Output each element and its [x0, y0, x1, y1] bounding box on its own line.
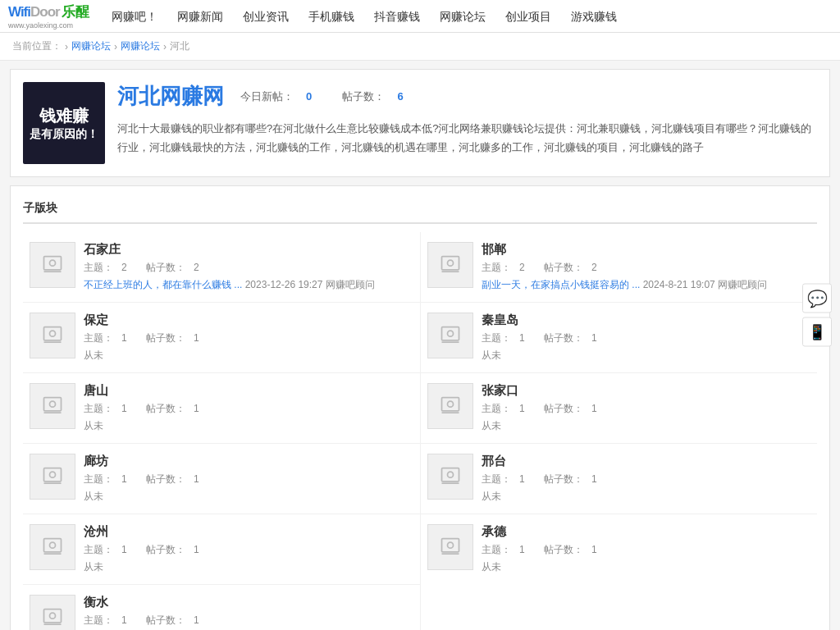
- forum-meta: 主题：1 帖子数：1: [84, 472, 413, 486]
- forum-details: 廊坊 主题：1 帖子数：1 从未: [84, 454, 413, 504]
- topics-label: 主题：: [84, 403, 113, 414]
- svg-rect-24: [442, 398, 459, 411]
- nav-item-4[interactable]: 抖音赚钱: [364, 0, 430, 33]
- svg-rect-6: [44, 398, 62, 411]
- breadcrumb-link-0[interactable]: 网赚论坛: [71, 39, 111, 53]
- nav-item-2[interactable]: 创业资讯: [233, 0, 299, 33]
- forum-name: 邢台: [482, 454, 810, 469]
- forum-last-post: 从未: [482, 419, 810, 433]
- posts-count: 1: [591, 544, 597, 555]
- wechat-button[interactable]: 💬: [802, 284, 832, 313]
- forum-details: 沧州 主题：1 帖子数：1 从未: [84, 524, 413, 574]
- topics-label: 主题：: [482, 473, 511, 485]
- nav-item-0[interactable]: 网赚吧！: [102, 0, 167, 33]
- nav-item-3[interactable]: 手机赚钱: [299, 0, 364, 33]
- forum-last-post: 从未: [84, 490, 413, 504]
- forum-banner: 钱难赚 是有原因的！: [23, 82, 105, 164]
- topics-count: 1: [519, 403, 525, 414]
- last-post-link[interactable]: 不正经上班的人，都在靠什么赚钱 ...: [84, 279, 242, 290]
- forum-details: 承德 主题：1 帖子数：1 从未: [482, 524, 810, 574]
- posts-count: 2: [194, 262, 199, 273]
- forum-meta: 主题：1 帖子数：1: [482, 402, 810, 416]
- forum-last-post: 不正经上班的人，都在靠什么赚钱 ... 2023-12-26 19:27 网赚吧…: [84, 278, 413, 292]
- forum-meta: 主题：1 帖子数：1: [482, 472, 810, 486]
- posts-label: 帖子数：: [146, 473, 185, 485]
- svg-point-1: [50, 260, 56, 266]
- phone-icon: 📱: [808, 323, 826, 341]
- forum-meta: 主题：1 帖子数：1: [482, 331, 810, 345]
- topics-count: 1: [121, 403, 127, 414]
- svg-rect-27: [442, 468, 459, 482]
- forum-last-post: 从未: [482, 490, 810, 504]
- posts-label: 帖子数：: [544, 473, 583, 485]
- logo-brand: 乐醒: [62, 2, 89, 21]
- posts-count: 1: [591, 473, 597, 485]
- list-item: 保定 主题：1 帖子数：1 从未: [23, 303, 420, 373]
- list-item: 廊坊 主题：1 帖子数：1 从未: [23, 444, 420, 514]
- topics-count: 1: [519, 544, 525, 555]
- topics-count: 2: [519, 262, 525, 273]
- svg-rect-0: [44, 257, 62, 270]
- forum-name: 石家庄: [84, 242, 413, 258]
- forum-description: 河北十大最赚钱的职业都有哪些?在河北做什么生意比较赚钱成本低?河北网络兼职赚钱论…: [117, 119, 817, 158]
- forum-thumbnail: [427, 242, 473, 288]
- topics-count: 1: [121, 332, 127, 344]
- forum-last-post: 从未: [482, 560, 810, 574]
- svg-point-22: [448, 331, 454, 336]
- svg-rect-18: [442, 257, 459, 270]
- forum-last-post: 从未: [84, 419, 413, 433]
- forum-name: 邯郸: [482, 242, 810, 258]
- forum-details: 唐山 主题：1 帖子数：1 从未: [84, 383, 413, 433]
- logo-url: www.yaolexing.com: [8, 21, 73, 30]
- last-post-user: 网赚吧顾问: [326, 279, 375, 290]
- svg-rect-21: [442, 327, 459, 340]
- svg-point-7: [50, 401, 56, 407]
- forum-thumbnail: [427, 313, 473, 358]
- last-post-link[interactable]: 副业一天，在家搞点小钱挺容易的 ...: [482, 279, 640, 290]
- topics-count: 1: [121, 614, 127, 626]
- forum-last-post: 从未: [84, 349, 413, 363]
- forum-name: 廊坊: [84, 454, 413, 469]
- forum-stats: 今日新帖：0 帖子数：6: [240, 89, 404, 104]
- list-item: 唐山 主题：1 帖子数：1 从未: [23, 373, 420, 444]
- sub-forums-section: 子版块 石家庄 主题：2 帖子数：2: [10, 185, 830, 630]
- nav-item-1[interactable]: 网赚新闻: [167, 0, 233, 33]
- list-item: 张家口 主题：1 帖子数：1 从未: [421, 373, 817, 444]
- forum-name: 沧州: [84, 524, 413, 540]
- svg-point-13: [50, 542, 56, 548]
- breadcrumb-arrow-2: ›: [163, 41, 167, 52]
- posts-count: 1: [194, 473, 199, 485]
- posts-count: 1: [194, 403, 199, 414]
- list-item: 石家庄 主题：2 帖子数：2 不正经上班的人，都在靠什么赚钱 ... 2023-…: [23, 232, 420, 303]
- sub-forums-grid: 石家庄 主题：2 帖子数：2 不正经上班的人，都在靠什么赚钱 ... 2023-…: [23, 232, 817, 630]
- forum-thumbnail: [427, 383, 473, 429]
- topics-label: 主题：: [84, 544, 113, 555]
- nav-item-6[interactable]: 创业项目: [495, 0, 561, 33]
- header: WifiDoor 乐醒 www.yaolexing.com 网赚吧！ 网赚新闻 …: [0, 0, 840, 33]
- forum-header: 钱难赚 是有原因的！ 河北网赚网 今日新帖：0 帖子数：6 河北十大最赚钱的职业…: [10, 69, 830, 177]
- forum-thumbnail: [427, 524, 473, 570]
- phone-button[interactable]: 📱: [802, 317, 832, 347]
- posts-count: 1: [194, 614, 199, 626]
- topics-count: 2: [121, 262, 127, 273]
- svg-point-19: [448, 260, 454, 266]
- forum-thumbnail: [30, 242, 75, 288]
- svg-point-4: [50, 331, 56, 336]
- sub-forums-left-col: 石家庄 主题：2 帖子数：2 不正经上班的人，都在靠什么赚钱 ... 2023-…: [23, 232, 420, 630]
- svg-point-25: [448, 401, 454, 407]
- posts-label: 帖子数：: [146, 332, 185, 344]
- forum-thumbnail: [30, 595, 75, 630]
- posts-label: 帖子数：: [544, 403, 583, 414]
- forum-thumbnail: [30, 524, 75, 570]
- forum-last-post: 副业一天，在家搞点小钱挺容易的 ... 2024-8-21 19:07 网赚吧顾…: [482, 278, 810, 292]
- nav-item-7[interactable]: 游戏赚钱: [561, 0, 627, 33]
- forum-name: 承德: [482, 524, 810, 540]
- forum-thumbnail: [30, 383, 75, 429]
- forum-thumbnail: [30, 313, 75, 358]
- forum-name: 秦皇岛: [482, 313, 810, 328]
- topics-label: 主题：: [84, 614, 113, 626]
- posts-label: 帖子数：: [342, 89, 385, 104]
- svg-rect-30: [442, 539, 459, 552]
- breadcrumb-link-1[interactable]: 网赚论坛: [121, 39, 160, 53]
- nav-item-5[interactable]: 网赚论坛: [430, 0, 495, 33]
